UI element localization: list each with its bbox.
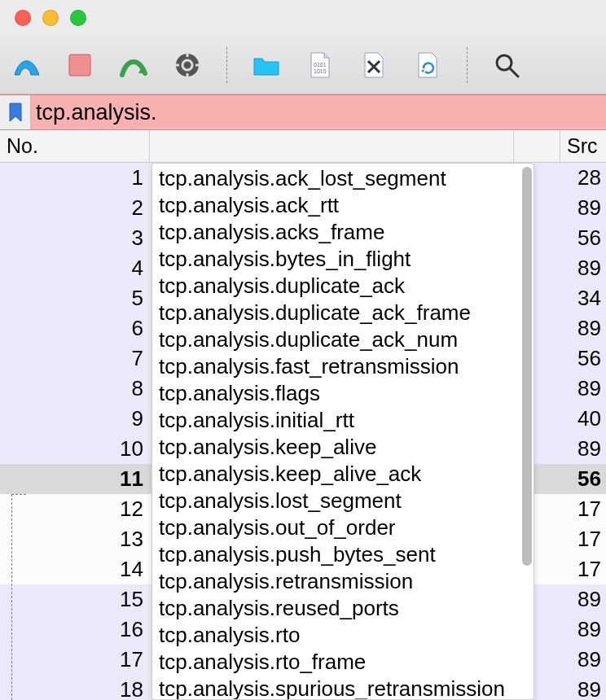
packet-src-fragment: 89 <box>560 316 606 341</box>
packet-number: 4 <box>0 256 150 281</box>
packet-src-fragment: 17 <box>560 527 606 552</box>
autocomplete-item[interactable]: tcp.analysis.ack_rtt <box>157 192 529 219</box>
toolbar-separator <box>226 47 227 83</box>
packet-number: 3 <box>0 225 150 251</box>
packet-src-fragment: 56 <box>560 346 606 371</box>
autocomplete-scrollbar[interactable] <box>522 167 532 566</box>
packet-src-fragment: 56 <box>560 466 606 492</box>
packet-number: 9 <box>0 406 150 431</box>
packet-src-fragment: 17 <box>560 497 606 522</box>
autocomplete-item[interactable]: tcp.analysis.out_of_order <box>157 514 529 541</box>
autocomplete-item[interactable]: tcp.analysis.duplicate_ack_frame <box>157 300 529 326</box>
stream-bracket <box>11 494 26 700</box>
packet-src-fragment: 89 <box>560 376 606 401</box>
autocomplete-item[interactable]: tcp.analysis.initial_rtt <box>157 407 529 434</box>
packet-list-header: No. Src <box>0 130 606 163</box>
packet-src-fragment: 89 <box>560 195 606 221</box>
packet-number: 7 <box>0 346 150 371</box>
packet-number: 2 <box>0 195 150 221</box>
packet-src-fragment: 56 <box>560 225 606 251</box>
window-titlebar <box>0 0 606 36</box>
display-filter-bar <box>0 94 606 130</box>
packet-list: 1282893564895346897568899401089115612171… <box>0 163 606 700</box>
packet-src-fragment: 89 <box>560 677 606 700</box>
close-file-icon[interactable] <box>356 47 392 83</box>
packet-number: 6 <box>0 316 150 341</box>
packet-src-fragment: 89 <box>560 617 606 642</box>
autocomplete-item[interactable]: tcp.analysis.acks_frame <box>157 219 529 246</box>
svg-line-10 <box>510 68 518 77</box>
autocomplete-item[interactable]: tcp.analysis.keep_alive <box>157 434 529 461</box>
packet-src-fragment: 89 <box>560 256 606 281</box>
packet-src-fragment: 17 <box>560 557 606 582</box>
packet-number: 10 <box>0 436 150 462</box>
toolbar-separator <box>467 47 468 83</box>
packet-src-fragment: 40 <box>560 406 606 431</box>
zoom-window-button[interactable] <box>70 10 86 26</box>
close-window-button[interactable] <box>15 10 31 26</box>
filter-bookmark-icon[interactable] <box>0 95 31 129</box>
stop-record-icon[interactable] <box>62 47 98 83</box>
minimize-window-button[interactable] <box>42 10 59 26</box>
packet-src-fragment: 89 <box>560 587 606 612</box>
autocomplete-item[interactable]: tcp.analysis.flags <box>157 380 529 407</box>
shark-fin-icon[interactable] <box>8 47 44 83</box>
packet-src-fragment: 89 <box>560 647 606 672</box>
open-folder-icon[interactable] <box>248 47 284 83</box>
autocomplete-item[interactable]: tcp.analysis.rto <box>157 622 529 649</box>
magnifier-icon[interactable] <box>489 47 525 83</box>
autocomplete-item[interactable]: tcp.analysis.bytes_in_flight <box>157 246 529 273</box>
autocomplete-item[interactable]: tcp.analysis.retransmission <box>157 568 529 595</box>
main-toolbar: 01011010 <box>0 36 606 94</box>
display-filter-input[interactable] <box>31 95 606 129</box>
packet-number: 1 <box>0 165 150 190</box>
autocomplete-item[interactable]: tcp.analysis.duplicate_ack <box>157 273 529 300</box>
packet-number: 11 <box>0 466 150 492</box>
autocomplete-item[interactable]: tcp.analysis.spurious_retransmission <box>157 676 529 700</box>
column-header-no[interactable]: No. <box>0 130 150 162</box>
packet-number: 5 <box>0 286 150 311</box>
column-header-mid[interactable] <box>150 130 560 162</box>
autocomplete-item[interactable]: tcp.analysis.reused_ports <box>157 595 529 622</box>
svg-point-2 <box>182 60 192 70</box>
binary-page-icon[interactable]: 01011010 <box>302 47 338 83</box>
autocomplete-item[interactable]: tcp.analysis.rto_frame <box>157 649 529 676</box>
svg-text:0101: 0101 <box>314 62 327 68</box>
autocomplete-item[interactable]: tcp.analysis.lost_segment <box>157 488 529 514</box>
packet-src-fragment: 89 <box>560 436 606 462</box>
filter-autocomplete-popup: tcp.analysis.ack_lost_segmenttcp.analysi… <box>152 163 534 700</box>
autocomplete-item[interactable]: tcp.analysis.duplicate_ack_num <box>157 326 529 353</box>
packet-src-fragment: 28 <box>560 165 606 190</box>
autocomplete-item[interactable]: tcp.analysis.fast_retransmission <box>157 353 529 380</box>
reload-file-icon[interactable] <box>410 47 446 83</box>
autocomplete-item[interactable]: tcp.analysis.ack_lost_segment <box>157 165 529 192</box>
column-header-src[interactable]: Src <box>560 130 606 162</box>
settings-gear-icon[interactable] <box>169 47 205 83</box>
packet-number: 8 <box>0 376 150 401</box>
svg-text:1010: 1010 <box>314 68 327 74</box>
restart-capture-icon[interactable] <box>116 47 152 83</box>
svg-rect-0 <box>69 55 90 76</box>
packet-src-fragment: 34 <box>560 286 606 311</box>
autocomplete-item[interactable]: tcp.analysis.push_bytes_sent <box>157 541 529 568</box>
autocomplete-item[interactable]: tcp.analysis.keep_alive_ack <box>157 461 529 488</box>
